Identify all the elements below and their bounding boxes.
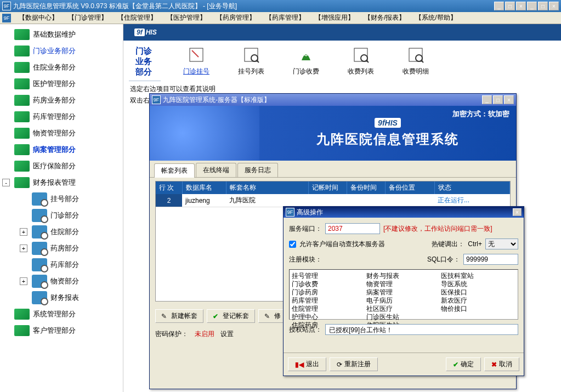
- module-list[interactable]: 挂号管理门诊收费门诊药房药库管理住院管理护理中心住院药房财务与报表物资管理病案管…: [289, 269, 518, 320]
- sidebar-item[interactable]: 物资管理部分: [0, 125, 123, 141]
- menu-data-center[interactable]: 【数据中心】: [14, 12, 63, 24]
- module-item[interactable]: 病案管理: [366, 288, 441, 297]
- auto-find-checkbox[interactable]: [289, 241, 296, 248]
- sidebar-item[interactable]: 挂号部分: [0, 191, 123, 207]
- table-header[interactable]: 备份时间: [347, 181, 385, 194]
- table-header[interactable]: 数据库名: [182, 181, 226, 194]
- module-item[interactable]: 新农医疗: [441, 297, 515, 305]
- module-item[interactable]: 药库管理: [292, 297, 366, 305]
- module-item[interactable]: 门诊药房: [292, 288, 366, 297]
- inner-maximize-button[interactable]: □: [538, 2, 548, 10]
- toolbar-label: 门诊挂号: [183, 67, 209, 76]
- server-maximize-button[interactable]: □: [493, 95, 503, 104]
- table-header[interactable]: 备份位置: [385, 181, 434, 194]
- sidebar-item[interactable]: +药房部分: [0, 240, 123, 257]
- advanced-dialog[interactable]: 9F 高级操作 × 服务端口： [不建议修改，工作站访问端口需一致] 允许客户端…: [283, 206, 524, 376]
- module-item[interactable]: 社区医疗: [366, 305, 441, 313]
- module-item[interactable]: 住院管理: [292, 305, 366, 313]
- tree-expand-icon[interactable]: +: [20, 245, 27, 252]
- minimize-button[interactable]: _: [494, 2, 504, 10]
- tree-expand-icon[interactable]: +: [20, 277, 27, 285]
- module-item[interactable]: 挂号管理: [292, 272, 366, 280]
- sidebar-item[interactable]: 系统管理部分: [0, 306, 123, 322]
- port-input[interactable]: [325, 223, 380, 234]
- sidebar-item-label: 药库管理部分: [33, 112, 76, 122]
- sidebar-item[interactable]: -财务报表管理: [0, 174, 123, 191]
- tab-service-log[interactable]: 服务日志: [237, 163, 278, 177]
- module-item[interactable]: 门诊收费: [292, 280, 366, 288]
- sidebar-item[interactable]: 基础数据维护: [0, 26, 123, 43]
- module-item[interactable]: 物价接口: [441, 305, 515, 313]
- table-row[interactable]: 2 jiuzheng 九阵医院 正在运行...: [156, 194, 510, 207]
- new-account-button[interactable]: ✎新建帐套: [155, 309, 203, 323]
- module-item[interactable]: 医保接口: [441, 288, 515, 297]
- cancel-button[interactable]: ✖ 取消: [484, 357, 519, 371]
- port-row: 服务端口： [不建议修改，工作站访问端口需一致]: [289, 223, 518, 234]
- sidebar-item[interactable]: 医疗保险部分: [0, 158, 123, 174]
- sidebar-item[interactable]: +住院部分: [0, 224, 123, 240]
- sidebar-item[interactable]: +物资部分: [0, 273, 123, 289]
- tab-online-terminal[interactable]: 在线终端: [196, 163, 236, 177]
- pwd-label: 密码保护：: [155, 330, 188, 338]
- inner-minimize-button[interactable]: _: [527, 2, 537, 10]
- sidebar-item[interactable]: 财务报表: [0, 289, 123, 306]
- account-table[interactable]: 行 次数据库名帐套名称记帐时间备份时间备份位置状态 2 jiuzheng 九阵医…: [156, 181, 510, 207]
- tree-expand-icon[interactable]: -: [2, 179, 10, 186]
- sidebar-item[interactable]: 药库部分: [0, 257, 123, 273]
- table-header[interactable]: 状态: [434, 181, 510, 194]
- ok-button[interactable]: ✔ 确定: [446, 357, 481, 371]
- sidebar-item-label: 物资管理部分: [33, 128, 76, 138]
- menu-outpatient[interactable]: 【门诊管理】: [64, 12, 112, 24]
- exit-button[interactable]: ▮◀ 退出: [288, 357, 326, 371]
- menu-inpatient[interactable]: 【住院管理】: [113, 12, 161, 24]
- toolbar-item[interactable]: $门诊收费: [287, 45, 325, 77]
- menu-medical-care[interactable]: 【医护管理】: [162, 12, 211, 24]
- menu-enhanced[interactable]: 【增强应用】: [310, 12, 359, 24]
- menu-drug-store[interactable]: 【药库管理】: [261, 12, 309, 24]
- maximize-button[interactable]: □: [505, 2, 515, 10]
- rereg-button[interactable]: ⟳ 重新注册: [330, 357, 378, 371]
- folder-icon: [13, 160, 31, 173]
- pwd-set-link[interactable]: 设置: [220, 330, 234, 338]
- table-header[interactable]: 帐套名称: [226, 181, 308, 194]
- sidebar-item[interactable]: 住院业务部分: [0, 59, 123, 76]
- toolbar-item[interactable]: 挂号列表: [232, 45, 270, 77]
- server-minimize-button[interactable]: _: [482, 95, 492, 104]
- sidebar-item[interactable]: 药房业务部分: [0, 92, 123, 109]
- menu-system-help[interactable]: 【系统/帮助】: [411, 12, 461, 24]
- sidebar-item[interactable]: 客户管理部分: [0, 322, 123, 339]
- server-titlebar[interactable]: 9F 九阵医院管理系统-服务器【标准版】 _ □ ×: [150, 94, 516, 106]
- login-account-button[interactable]: ✔登记帐套: [207, 309, 255, 323]
- toolbar-item[interactable]: 收费明细: [396, 45, 435, 77]
- module-item[interactable]: 电子病历: [366, 297, 441, 305]
- adv-body: 服务端口： [不建议修改，工作站访问端口需一致] 允许客户端自动查找本服务器 热…: [284, 218, 524, 353]
- sidebar-item[interactable]: 药库管理部分: [0, 109, 123, 125]
- sidebar-tree[interactable]: 基础数据维护门诊业务部分住院业务部分医护管理部分药房业务部分药库管理部分物资管理…: [0, 24, 123, 392]
- table-header[interactable]: 记帐时间: [308, 181, 347, 194]
- module-item[interactable]: 物资管理: [366, 280, 441, 288]
- tab-account-list[interactable]: 帐套列表: [154, 163, 195, 178]
- module-item[interactable]: 护理中心: [292, 313, 366, 321]
- adv-titlebar[interactable]: 9F 高级操作 ×: [284, 207, 524, 218]
- module-item[interactable]: 导医系统: [441, 280, 515, 288]
- module-item[interactable]: 财务与报表: [366, 272, 441, 280]
- sidebar-item[interactable]: 医护管理部分: [0, 76, 123, 92]
- sidebar-item[interactable]: 病案管理部分: [0, 141, 123, 158]
- hotkey-select[interactable]: 无: [485, 238, 518, 249]
- inner-close-button[interactable]: ×: [549, 2, 559, 10]
- sql-input[interactable]: [463, 254, 518, 265]
- toolbar-item[interactable]: 门诊挂号: [177, 45, 216, 77]
- module-item[interactable]: 门诊医生站: [366, 313, 441, 321]
- menu-finance[interactable]: 【财务/报表】: [360, 12, 410, 24]
- tree-expand-icon[interactable]: +: [20, 228, 27, 236]
- table-header[interactable]: 行 次: [156, 181, 182, 194]
- main-titlebar[interactable]: 9F 九阵医院信息管理系统 V9.0.973 标准版【金堂县第二人民医院】 - …: [0, 0, 561, 12]
- menu-pharmacy[interactable]: 【药房管理】: [212, 12, 260, 24]
- adv-close-button[interactable]: ×: [513, 208, 522, 216]
- server-close-button[interactable]: ×: [504, 95, 514, 104]
- close-button[interactable]: ×: [516, 2, 526, 10]
- toolbar-item[interactable]: 收费列表: [342, 45, 380, 77]
- sidebar-item[interactable]: 门诊部分: [0, 207, 123, 224]
- sidebar-item[interactable]: 门诊业务部分: [0, 43, 123, 59]
- module-item[interactable]: 医技科室站: [441, 272, 515, 280]
